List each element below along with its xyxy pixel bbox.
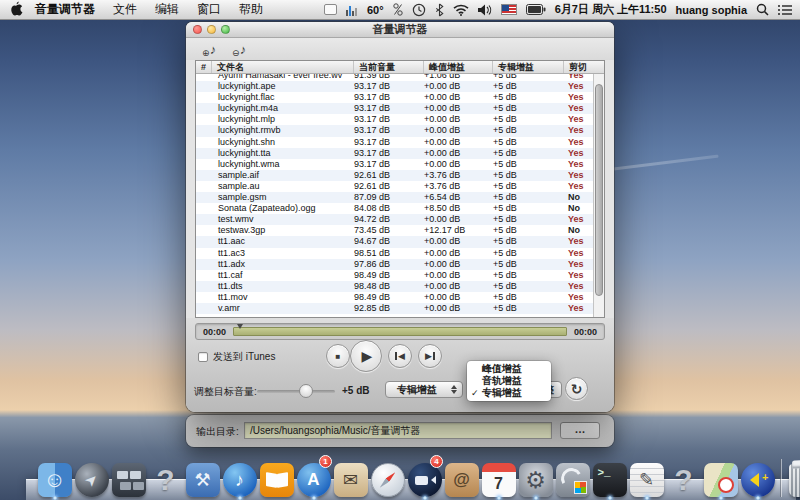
user-menu[interactable]: huang sophia	[676, 4, 748, 16]
table-row[interactable]: test.wmv94.72 dB+0.00 dB+5 dBYes	[196, 214, 604, 225]
progress-bar[interactable]	[233, 327, 567, 336]
cell-peak: +0.00 dB	[424, 137, 493, 148]
table-row[interactable]: luckynight.rmvb93.17 dB+0.00 dB+5 dBYes	[196, 125, 604, 136]
volume-adjuster-icon	[741, 463, 775, 497]
remove-files-button[interactable]: ♪⊖	[231, 40, 255, 57]
cell-num	[196, 303, 212, 314]
column-header-volume[interactable]: 当前音量	[354, 61, 424, 73]
window-titlebar[interactable]: 音量调节器	[186, 22, 614, 38]
table-row[interactable]: v.amr92.85 dB+0.00 dB+5 dBYes	[196, 303, 604, 314]
refresh-icon: ↻	[571, 381, 583, 397]
wifi-icon[interactable]	[453, 4, 469, 16]
spotlight-icon[interactable]	[756, 3, 769, 16]
dock-item-unknown-app-2[interactable]	[665, 457, 702, 497]
dock-item-textedit[interactable]	[628, 457, 665, 497]
refresh-button[interactable]: ↻	[565, 377, 588, 400]
slider-thumb[interactable]	[299, 384, 313, 398]
dock-item-xcode[interactable]	[184, 457, 221, 497]
dock-item-app-store[interactable]: 1	[295, 457, 332, 497]
clock-icon[interactable]	[412, 3, 426, 17]
table-row[interactable]: sample.aif92.61 dB+3.76 dB+5 dBYes	[196, 170, 604, 181]
send-to-itunes-checkbox[interactable]	[198, 352, 208, 362]
battery-icon[interactable]	[526, 4, 546, 15]
table-row[interactable]: luckynight.m4a93.17 dB+0.00 dB+5 dBYes	[196, 103, 604, 114]
table-row[interactable]: tt1.ac398.51 dB+0.00 dB+5 dBYes	[196, 248, 604, 259]
add-files-button[interactable]: ♪⊕	[201, 40, 225, 57]
dock-item-launchpad[interactable]	[73, 457, 110, 497]
target-volume-slider[interactable]	[257, 390, 335, 393]
menu-window[interactable]: 窗口	[188, 1, 230, 18]
dock-item-mail[interactable]	[332, 457, 369, 497]
table-row[interactable]: luckynight.mlp93.17 dB+0.00 dB+5 dBYes	[196, 114, 604, 125]
column-header-index[interactable]: #	[196, 61, 212, 73]
dock-item-windows-remote[interactable]	[554, 457, 591, 497]
input-source-flag-icon[interactable]	[501, 4, 517, 15]
dock-item-trash[interactable]	[785, 457, 800, 497]
column-header-album-gain[interactable]: 专辑增益	[493, 61, 564, 73]
dock-item-facetime[interactable]: 4	[406, 457, 443, 497]
app-menu-title[interactable]: 音量调节器	[35, 1, 95, 18]
gain-menu-item[interactable]: 峰值增益	[467, 363, 551, 375]
table-row[interactable]: Ayumi Hamasaki - ever free.wv91.39 dB+1.…	[196, 74, 604, 81]
menu-bar-clock[interactable]: 6月7日 周六 上午11:50	[555, 2, 667, 17]
gauge-icon[interactable]	[393, 3, 403, 16]
table-row[interactable]: sample.gsm87.09 dB+6.54 dB+5 dBNo	[196, 192, 604, 203]
output-directory-field[interactable]: /Users/huangsophia/Music/音量调节器	[244, 422, 552, 439]
table-row[interactable]: sample.au92.61 dB+3.76 dB+5 dBYes	[196, 181, 604, 192]
volume-icon[interactable]	[478, 4, 492, 16]
table-row[interactable]: tt1.mov98.49 dB+0.00 dB+5 dBYes	[196, 292, 604, 303]
bluetooth-icon[interactable]	[435, 3, 444, 17]
table-row[interactable]: tt1.dts98.48 dB+0.00 dB+5 dBYes	[196, 281, 604, 292]
menu-file[interactable]: 文件	[104, 1, 146, 18]
dock-item-ibooks[interactable]	[258, 457, 295, 497]
gain-mode-popup[interactable]: 专辑增益	[385, 381, 463, 398]
dock-item-maps[interactable]	[702, 457, 739, 497]
previous-track-button[interactable]: ◀	[388, 344, 412, 368]
running-indicator	[719, 496, 723, 500]
browse-button[interactable]: …	[560, 422, 600, 439]
table-scrollbar[interactable]	[593, 74, 604, 317]
dock-item-calendar[interactable]: 7	[480, 457, 517, 497]
table-row[interactable]: testwav.3gp73.45 dB+12.17 dB+5 dBNo	[196, 225, 604, 236]
gain-menu-item[interactable]: 音轨增益	[467, 375, 551, 387]
table-row[interactable]: luckynight.flac93.17 dB+0.00 dB+5 dBYes	[196, 92, 604, 103]
table-row[interactable]: tt1.adx97.86 dB+0.00 dB+5 dBYes	[196, 259, 604, 270]
gain-menu-item[interactable]: ✓专辑增益	[467, 387, 551, 399]
dock-item-volume-adjuster[interactable]	[739, 457, 776, 497]
dock-item-system-preferences[interactable]	[517, 457, 554, 497]
table-row[interactable]: luckynight.shn93.17 dB+0.00 dB+5 dBYes	[196, 137, 604, 148]
table-row[interactable]: Sonata (Zapateado).ogg84.08 dB+8.50 dB+5…	[196, 203, 604, 214]
next-track-button[interactable]: ▶	[418, 344, 442, 368]
xcode-icon	[186, 463, 220, 497]
dock-item-itunes[interactable]	[221, 457, 258, 497]
playback-progress[interactable]: 00:00 00:00	[195, 323, 605, 340]
weather-temperature[interactable]: 60°	[367, 4, 384, 16]
dock-item-finder[interactable]	[36, 457, 73, 497]
istat-meter-icon[interactable]	[346, 4, 358, 16]
dock-item-safari[interactable]	[369, 457, 406, 497]
notification-center-icon[interactable]	[778, 4, 792, 16]
table-row[interactable]: tt1.caf98.49 dB+0.00 dB+5 dBYes	[196, 270, 604, 281]
scrollbar-thumb[interactable]	[595, 84, 603, 296]
stop-button[interactable]: ■	[326, 344, 350, 368]
column-header-peak-gain[interactable]: 峰值增益	[424, 61, 493, 73]
menu-help[interactable]: 帮助	[230, 1, 272, 18]
playhead-marker-icon[interactable]	[237, 324, 243, 329]
table-row[interactable]: tt1.aac94.67 dB+0.00 dB+5 dBYes	[196, 236, 604, 247]
dock-item-terminal[interactable]	[591, 457, 628, 497]
play-button[interactable]: ▶	[350, 340, 382, 372]
app-status-icon[interactable]	[324, 4, 337, 15]
apple-menu-icon[interactable]	[10, 1, 23, 19]
column-header-clip[interactable]: 剪切	[564, 61, 602, 73]
dock-item-unknown-app[interactable]	[147, 457, 184, 497]
column-header-filename[interactable]: 文件名	[212, 61, 354, 73]
dock-item-contacts[interactable]	[443, 457, 480, 497]
table-row[interactable]: luckynight.wma93.17 dB+0.00 dB+5 dBYes	[196, 159, 604, 170]
send-to-itunes[interactable]: 发送到 iTunes	[198, 350, 275, 364]
table-row[interactable]: luckynight.tta93.17 dB+0.00 dB+5 dBYes	[196, 148, 604, 159]
dock: 147	[0, 450, 800, 500]
table-row[interactable]: luckynight.ape93.17 dB+0.00 dB+5 dBYes	[196, 81, 604, 92]
menu-edit[interactable]: 编辑	[146, 1, 188, 18]
cell-vol: 97.86 dB	[354, 259, 424, 270]
dock-item-mission-control[interactable]	[110, 457, 147, 497]
